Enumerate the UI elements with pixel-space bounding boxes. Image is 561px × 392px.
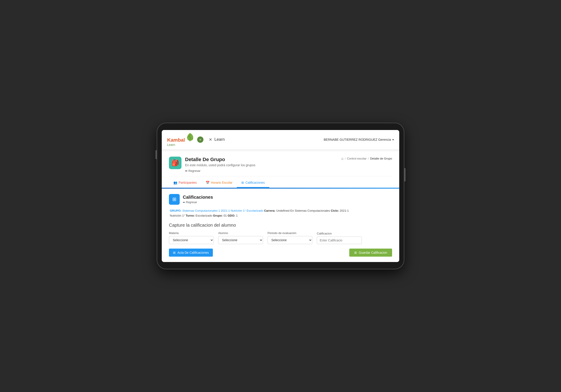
user-name: BERNABE GUTIERREZ RODRIGUEZ Gerencia [324, 138, 391, 141]
section-regresar-icon: ⬅ [183, 201, 185, 204]
materia-label: Materia [169, 231, 214, 235]
tab-participantes[interactable]: 👥 Participantes [169, 178, 201, 188]
materia-group: Materia Seleccione [169, 231, 214, 244]
logo-area: Kambal Learn ≡ [167, 133, 204, 146]
page-header: 🎒 Detalle De Grupo En este módulo, usted… [162, 151, 399, 176]
periodo-group: Periodo de evaluación Seleccione [268, 231, 312, 244]
grupo-num-label: Grupo: [213, 214, 223, 217]
participantes-icon: 👥 [173, 181, 177, 184]
tab-horario-escolar[interactable]: 📅 Horario Escolar [201, 178, 237, 188]
guardar-button[interactable]: ⊞ Guardar Calificacion [349, 248, 392, 257]
regresar-label: Regresar [188, 169, 200, 173]
expand-icon[interactable]: ✕ [209, 137, 212, 142]
guardar-icon: ⊞ [354, 251, 357, 254]
breadcrumb-current: Detalle de Grupo [370, 157, 392, 160]
calificacion-group: Calificacion [317, 232, 362, 244]
tab-participantes-label: Participantes [179, 181, 197, 184]
gdo-value: 1 [236, 214, 237, 217]
ciclo-label: Ciclo: [331, 209, 339, 212]
calificacion-input[interactable] [317, 237, 362, 244]
periodo-label: Periodo de evaluación [268, 231, 312, 235]
tab-calificaciones[interactable]: ⊞ Calificaciones [237, 178, 269, 188]
nutricion-value: Nutrición 1° [170, 214, 185, 217]
carrera-label: Carrera: [264, 209, 276, 212]
section-title-area: Calificaciones ⬅ Regresar [183, 195, 213, 204]
section-regresar-label: Regresar [186, 201, 197, 204]
nav-learn-label: Learn [215, 137, 225, 142]
header-titles: Detalle De Grupo En este módulo, usted p… [185, 157, 255, 173]
section-title: Calificaciones [183, 195, 213, 200]
page-header-left: 🎒 Detalle De Grupo En este módulo, usted… [169, 157, 255, 173]
header-icon: 🎒 [169, 157, 182, 169]
breadcrumb: ⌂ / Control escolar / Detalle de Grupo [341, 157, 392, 161]
logo-leaf-icon [186, 133, 194, 142]
alumno-select[interactable]: Seleccione [218, 236, 263, 244]
section-header: ⊞ Calificaciones ⬅ Regresar [169, 194, 392, 205]
carrera-value: Undefined En Sistemas Computacionales [276, 209, 330, 212]
grupo-info: GRUPO: Sistemas Computacionales 1 2021-1… [169, 208, 392, 218]
tabs: 👥 Participantes 📅 Horario Escolar ⊞ Cali… [162, 178, 399, 188]
logo-text: Kambal Learn [167, 133, 194, 146]
page-title: Detalle De Grupo [185, 157, 255, 163]
materia-select[interactable]: Seleccione [169, 236, 214, 244]
form-row: Materia Seleccione Alumno Seleccione Per… [169, 231, 392, 244]
section-icon: ⊞ [169, 194, 180, 205]
tab-horario-label: Horario Escolar [211, 181, 232, 184]
guardar-label: Guardar Calificacion [359, 251, 387, 254]
breadcrumb-control-escolar[interactable]: Control escolar [347, 157, 367, 160]
acta-label: Acta De Calificaciones [177, 251, 209, 254]
alumno-group: Alumno Seleccione [218, 231, 263, 244]
regresar-button[interactable]: ⬅ Regresar [185, 169, 255, 173]
tab-calificaciones-label: Calificaciones [245, 181, 265, 184]
chevron-down-icon: ▾ [392, 138, 394, 141]
turno-label: Turno: [186, 214, 195, 217]
divider [169, 176, 392, 176]
calificacion-label: Calificacion [317, 232, 362, 235]
navbar: Kambal Learn ≡ ✕ Learn BERN [162, 130, 399, 149]
page-subtitle: En este módulo, usted podrá configurar l… [185, 163, 255, 167]
periodo-select[interactable]: Seleccione [268, 236, 312, 244]
acta-button[interactable]: ⊞ Acta De Calificaciones [169, 248, 213, 257]
calificaciones-tab-icon: ⊞ [241, 181, 244, 184]
grupo-num-value: 01 [224, 214, 227, 217]
capture-title: Capture la calificacion del alumno [169, 223, 392, 228]
acta-icon: ⊞ [173, 251, 176, 254]
grupo-name-link[interactable]: Sistemas Computacionales 1 2021-1 Nutric… [182, 209, 263, 212]
regresar-icon: ⬅ [185, 169, 187, 173]
horario-icon: 📅 [206, 181, 209, 184]
home-icon[interactable]: ⌂ [341, 157, 344, 161]
buttons-row: ⊞ Acta De Calificaciones ⊞ Guardar Calif… [169, 248, 392, 257]
menu-button[interactable]: ≡ [197, 136, 204, 143]
gdo-label: GDO: [228, 214, 235, 217]
turno-value: Escolarizado [195, 214, 212, 217]
content-area: ⊞ Calificaciones ⬅ Regresar GRUPO: Siste… [162, 189, 399, 262]
user-menu[interactable]: BERNABE GUTIERREZ RODRIGUEZ Gerencia ▾ [324, 138, 394, 141]
grupo-label: GRUPO: [170, 209, 182, 212]
sub-header [162, 149, 399, 151]
nav-center: ✕ Learn [209, 137, 225, 142]
alumno-label: Alumno [218, 231, 263, 235]
section-regresar-button[interactable]: ⬅ Regresar [183, 201, 213, 204]
ciclo-value: 2021-1 [340, 209, 349, 212]
